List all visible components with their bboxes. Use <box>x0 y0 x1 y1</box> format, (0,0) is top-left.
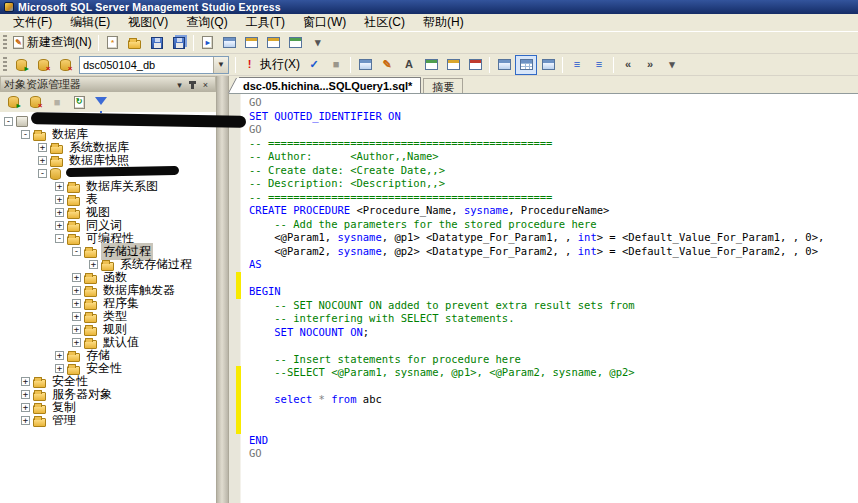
menu-item[interactable]: 社区(C) <box>355 13 414 32</box>
uncomment-button[interactable]: ≡ <box>588 55 610 75</box>
design-query-icon: ✎ <box>380 58 395 72</box>
tree-item[interactable]: +系统存储过程 <box>0 258 216 271</box>
window-export-button[interactable] <box>285 33 307 53</box>
change-connection-button[interactable]: × <box>54 55 76 75</box>
code-line <box>249 272 858 286</box>
toolbar-overflow-button[interactable]: ▾ <box>661 55 683 75</box>
design-query-button[interactable]: ✎ <box>376 55 398 75</box>
auto-hide-button[interactable] <box>186 79 199 91</box>
parse-check-button[interactable]: ✓ <box>303 55 325 75</box>
results-grid-button[interactable] <box>515 55 537 75</box>
tree-item[interactable]: +管理 <box>0 414 216 427</box>
expander-plus-icon[interactable]: + <box>38 156 47 165</box>
window-cascade-button[interactable] <box>241 33 263 53</box>
expander-plus-icon[interactable]: + <box>72 286 81 295</box>
indent-decrease-button[interactable]: « <box>617 55 639 75</box>
tab-summary[interactable]: 摘要 <box>423 78 463 93</box>
expander-plus-icon[interactable]: + <box>55 182 64 191</box>
expander-plus-icon[interactable]: + <box>72 312 81 321</box>
menu-item[interactable]: 视图(V) <box>119 13 177 32</box>
template-params-button[interactable]: A <box>398 55 420 75</box>
changed-lines-bar <box>236 366 241 434</box>
tree-item[interactable]: +安全性 <box>0 362 216 375</box>
disconnect-db-button[interactable]: × <box>32 55 54 75</box>
refresh-button[interactable]: ↻ <box>68 92 90 112</box>
expander-plus-icon[interactable]: + <box>72 299 81 308</box>
tree-item[interactable]: +数据库关系图 <box>0 180 216 193</box>
copy-window-button[interactable] <box>442 55 464 75</box>
expander-plus-icon[interactable]: + <box>21 416 30 425</box>
code-token: -- Description: <Description,,> <box>249 177 445 189</box>
page-arrow-button[interactable]: ▸ <box>197 33 219 53</box>
expander-minus-icon[interactable]: - <box>38 169 47 178</box>
expander-plus-icon[interactable]: + <box>21 377 30 386</box>
available-databases-combo[interactable]: dsc050104_db▼ <box>79 56 229 74</box>
code-token: GO <box>249 447 262 459</box>
changed-lines-bar <box>236 272 241 299</box>
menu-item[interactable]: 工具(T) <box>237 13 294 32</box>
code-token <box>249 393 274 405</box>
folder-icon <box>84 340 97 349</box>
code-line: GO <box>249 96 858 110</box>
expander-plus-icon[interactable]: + <box>72 325 81 334</box>
disconnect-db-button[interactable]: × <box>24 92 46 112</box>
expander-plus-icon[interactable]: + <box>55 221 64 230</box>
execute-bang-button[interactable]: !执行(X) <box>239 55 303 75</box>
folder-icon <box>33 379 46 388</box>
toolbar-grip[interactable] <box>3 35 7 50</box>
window-position-button[interactable]: ▾ <box>173 79 186 91</box>
code-token: SET NOCOUNT ON <box>274 326 363 338</box>
expander-plus-icon[interactable]: + <box>72 338 81 347</box>
tree-item[interactable]: +服务器对象 <box>0 388 216 401</box>
stop-button[interactable]: ■ <box>325 55 347 75</box>
expander-minus-icon[interactable]: - <box>72 247 81 256</box>
open-folder-button[interactable] <box>124 33 146 53</box>
expander-plus-icon[interactable]: + <box>55 351 64 360</box>
save-button[interactable] <box>146 33 168 53</box>
explorer-scrollbar[interactable] <box>217 76 229 503</box>
expander-minus-icon[interactable]: - <box>21 130 30 139</box>
expander-plus-icon[interactable]: + <box>55 364 64 373</box>
expander-plus-icon[interactable]: + <box>38 143 47 152</box>
results-file-button[interactable] <box>537 55 559 75</box>
close-panel-button[interactable]: × <box>199 79 212 91</box>
folder-icon <box>84 249 97 258</box>
toolbar-overflow-button[interactable]: ▾ <box>307 33 329 53</box>
new-query-button[interactable]: ✎新建查询(N) <box>10 33 95 53</box>
analyze-dta-button[interactable] <box>420 55 442 75</box>
expander-plus-icon[interactable]: + <box>21 403 30 412</box>
show-plan-button[interactable] <box>354 55 376 75</box>
connect-db-button[interactable]: ▸ <box>2 92 24 112</box>
save-icon <box>151 37 163 49</box>
toolbar-grip[interactable] <box>3 57 7 72</box>
expander-plus-icon[interactable]: + <box>55 195 64 204</box>
expander-plus-icon[interactable]: + <box>72 273 81 282</box>
menu-item[interactable]: 编辑(E) <box>61 13 119 32</box>
combo-dropdown-button[interactable]: ▼ <box>213 57 228 73</box>
disconnect-db-icon: × <box>38 59 49 71</box>
red-window-button[interactable] <box>464 55 486 75</box>
menu-item[interactable]: 帮助(H) <box>414 13 473 32</box>
results-text-button[interactable] <box>493 55 515 75</box>
expander-plus-icon[interactable]: + <box>89 260 98 269</box>
expander-plus-icon[interactable]: + <box>55 208 64 217</box>
expander-plus-icon[interactable]: + <box>21 390 30 399</box>
expander-minus-icon[interactable]: - <box>4 117 13 126</box>
stop-disabled-button[interactable]: ■ <box>46 92 68 112</box>
menu-item[interactable]: 窗口(W) <box>294 13 355 32</box>
toolbar-separator <box>193 35 194 51</box>
connect-db-button[interactable]: ▸ <box>10 55 32 75</box>
comment-button[interactable]: ≡ <box>566 55 588 75</box>
window-switch-button[interactable] <box>263 33 285 53</box>
window-grid-button[interactable] <box>219 33 241 53</box>
expander-minus-icon[interactable]: - <box>55 234 64 243</box>
save-all-button[interactable] <box>168 33 190 53</box>
new-page-button[interactable]: * <box>102 33 124 53</box>
filter-button[interactable] <box>90 92 112 112</box>
tree-item[interactable]: +数据库快照 <box>0 154 216 167</box>
menu-item[interactable]: 文件(F) <box>4 13 61 32</box>
indent-increase-button[interactable]: » <box>639 55 661 75</box>
menu-item[interactable]: 查询(Q) <box>177 13 236 32</box>
sql-code-area[interactable]: GOSET QUOTED_IDENTIFIER ONGO-- =========… <box>241 94 858 503</box>
tab-sql-query[interactable]: dsc-05.hichina...SQLQuery1.sql* <box>239 77 421 93</box>
